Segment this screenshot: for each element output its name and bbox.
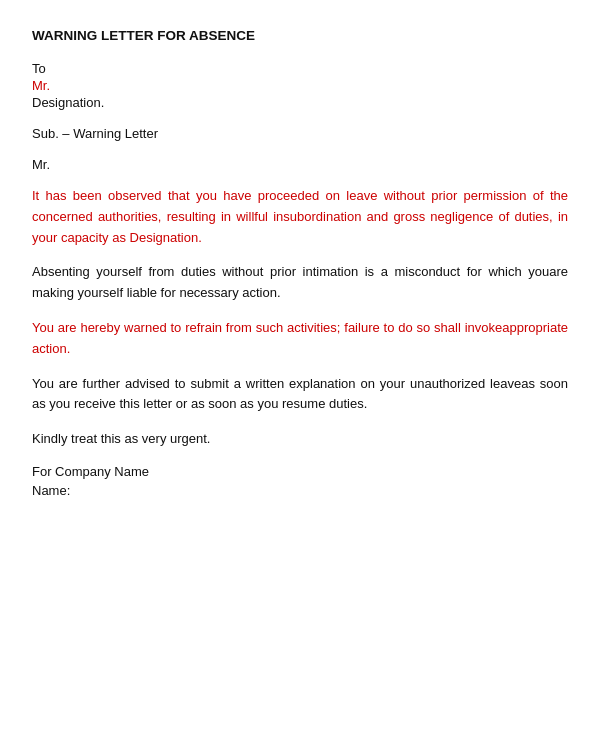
letter-title: WARNING LETTER FOR ABSENCE bbox=[32, 28, 568, 43]
designation-line: Designation. bbox=[32, 95, 568, 110]
to-line: To bbox=[32, 61, 568, 76]
recipient-mr: Mr. bbox=[32, 78, 568, 93]
letter-container: WARNING LETTER FOR ABSENCE To Mr. Design… bbox=[0, 0, 600, 730]
signature-block: For Company Name Name: bbox=[32, 464, 568, 498]
paragraph-1: It has been observed that you have proce… bbox=[32, 186, 568, 248]
subject-line: Sub. – Warning Letter bbox=[32, 126, 568, 141]
company-name: For Company Name bbox=[32, 464, 568, 479]
paragraph-5: Kindly treat this as very urgent. bbox=[32, 429, 568, 450]
greeting-line: Mr. bbox=[32, 157, 568, 172]
paragraph-3: You are hereby warned to refrain from su… bbox=[32, 318, 568, 360]
paragraph-2: Absenting yourself from duties without p… bbox=[32, 262, 568, 304]
name-label: Name: bbox=[32, 483, 568, 498]
paragraph-4: You are further advised to submit a writ… bbox=[32, 374, 568, 416]
salutation-block: To Mr. Designation. bbox=[32, 61, 568, 110]
